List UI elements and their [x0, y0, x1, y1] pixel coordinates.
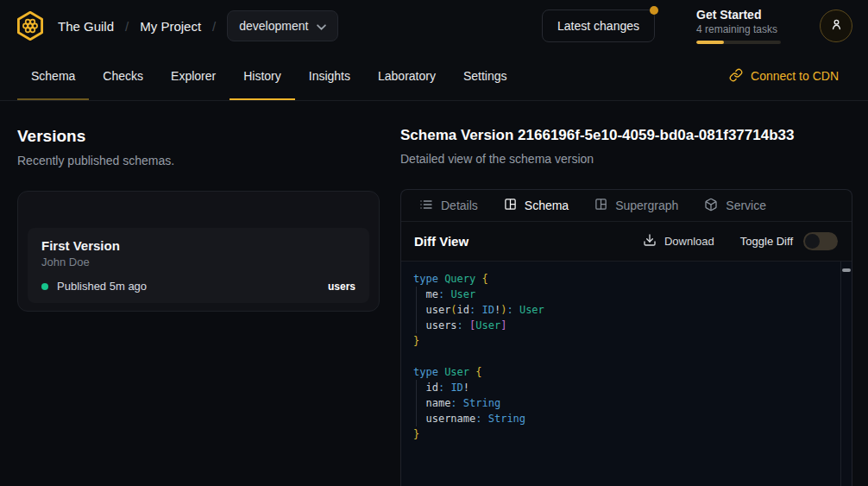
schema-version-panel: DetailsSchemaSupergraphService Diff View… [400, 189, 852, 486]
latest-changes-label: Latest changes [557, 19, 639, 33]
download-button[interactable]: Download [643, 233, 714, 249]
schema-version-subtitle: Detailed view of the schema version [400, 152, 852, 166]
detail-tab-label: Details [441, 199, 478, 212]
notification-dot [650, 6, 658, 15]
nav-tab-checks[interactable]: Checks [89, 52, 157, 100]
target-selector-value: development [239, 19, 308, 33]
main-nav-tabs: SchemaChecksExplorerHistoryInsightsLabor… [17, 52, 521, 100]
breadcrumb-separator: / [125, 19, 129, 34]
breadcrumb-separator: / [212, 19, 216, 34]
code-line: username: String [413, 411, 840, 426]
code-line: type Query { [413, 271, 840, 287]
download-label: Download [664, 235, 714, 248]
get-started-subtitle: 4 remaining tasks [696, 23, 781, 35]
get-started-widget[interactable]: Get Started 4 remaining tasks [696, 8, 781, 44]
app-header: The Guild / My Project / development Lat… [0, 0, 868, 52]
content: Versions Recently published schemas. Fir… [0, 101, 868, 486]
detail-tab-label: Supergraph [615, 199, 678, 212]
detail-tab-label: Service [726, 199, 766, 212]
code-scrollbar [840, 262, 852, 486]
breadcrumb-org[interactable]: The Guild [58, 19, 114, 34]
nav-tab-laboratory[interactable]: Laboratory [364, 52, 450, 100]
detail-tab-service[interactable]: Service [704, 198, 766, 214]
diff-view-title: Diff View [414, 234, 469, 249]
versions-section: Versions Recently published schemas. Fir… [17, 127, 380, 486]
version-status: Published 5m ago [57, 280, 147, 293]
target-selector[interactable]: development [227, 10, 338, 41]
nav-tab-insights[interactable]: Insights [295, 52, 364, 100]
version-author: John Doe [41, 256, 355, 268]
connect-cdn-link[interactable]: Connect to CDN [729, 52, 839, 100]
nav-tab-settings[interactable]: Settings [450, 52, 521, 100]
breadcrumb: The Guild / My Project / development [58, 10, 338, 41]
main-nav: SchemaChecksExplorerHistoryInsightsLabor… [0, 52, 868, 101]
get-started-progress-fill [696, 41, 724, 44]
get-started-title: Get Started [696, 8, 781, 22]
layout-icon [594, 198, 607, 213]
detail-tab-schema[interactable]: Schema [504, 198, 569, 213]
list-icon [419, 198, 433, 214]
nav-tab-explorer[interactable]: Explorer [157, 52, 230, 100]
detail-tab-details[interactable]: Details [419, 198, 478, 214]
version-meta: Published 5m agousers [41, 280, 355, 293]
versions-subtitle: Recently published schemas. [17, 154, 380, 167]
code-line: } [413, 426, 840, 442]
detail-tab-supergraph[interactable]: Supergraph [594, 198, 678, 213]
toggle-diff-switch[interactable] [803, 232, 838, 250]
code-line: id: ID! [413, 380, 840, 395]
code-scrollbar-thumb[interactable] [842, 268, 851, 272]
code-line: users: [User] [413, 318, 840, 333]
version-name: First Version [41, 238, 355, 253]
nav-tab-schema[interactable]: Schema [17, 52, 89, 100]
code-line [413, 349, 840, 364]
code-block: type Query { me: User user(id: ID!): Use… [401, 262, 852, 442]
version-service-badge: users [328, 281, 355, 293]
breadcrumb-project[interactable]: My Project [140, 19, 201, 34]
toggle-diff-label: Toggle Diff [740, 235, 793, 248]
code-line: } [413, 333, 840, 349]
link-icon [729, 68, 743, 85]
detail-tabs: DetailsSchemaSupergraphService [401, 190, 852, 222]
nav-tab-history[interactable]: History [230, 52, 295, 100]
get-started-progress-bar [696, 41, 781, 44]
diff-toolbar: Diff View Download Toggle Diff [401, 222, 852, 262]
published-status-dot [41, 283, 48, 290]
download-icon [643, 233, 657, 249]
schema-version-section: Schema Version 2166196f-5e10-4059-bd0a-0… [400, 127, 852, 486]
schema-code-viewer: type Query { me: User user(id: ID!): Use… [401, 262, 852, 486]
schema-version-title: Schema Version 2166196f-5e10-4059-bd0a-0… [400, 127, 852, 144]
versions-title: Versions [17, 127, 380, 146]
user-avatar[interactable] [820, 9, 852, 42]
latest-changes-button[interactable]: Latest changes [542, 9, 655, 42]
versions-list: First VersionJohn DoePublished 5m agouse… [17, 191, 380, 312]
connect-cdn-label: Connect to CDN [751, 69, 839, 83]
person-icon [829, 17, 844, 35]
diff-actions: Download Toggle Diff [643, 232, 838, 250]
code-line: type User { [413, 364, 840, 380]
chevron-down-icon [317, 19, 326, 33]
hive-logo-icon[interactable] [14, 9, 47, 42]
code-line: user(id: ID!): User [413, 302, 840, 318]
code-line: me: User [413, 287, 840, 302]
toggle-knob [805, 234, 820, 249]
code-line: name: String [413, 395, 840, 411]
detail-tab-label: Schema [525, 199, 569, 212]
layout-icon [504, 198, 517, 213]
cube-icon [704, 198, 718, 214]
version-item[interactable]: First VersionJohn DoePublished 5m agouse… [28, 228, 369, 303]
